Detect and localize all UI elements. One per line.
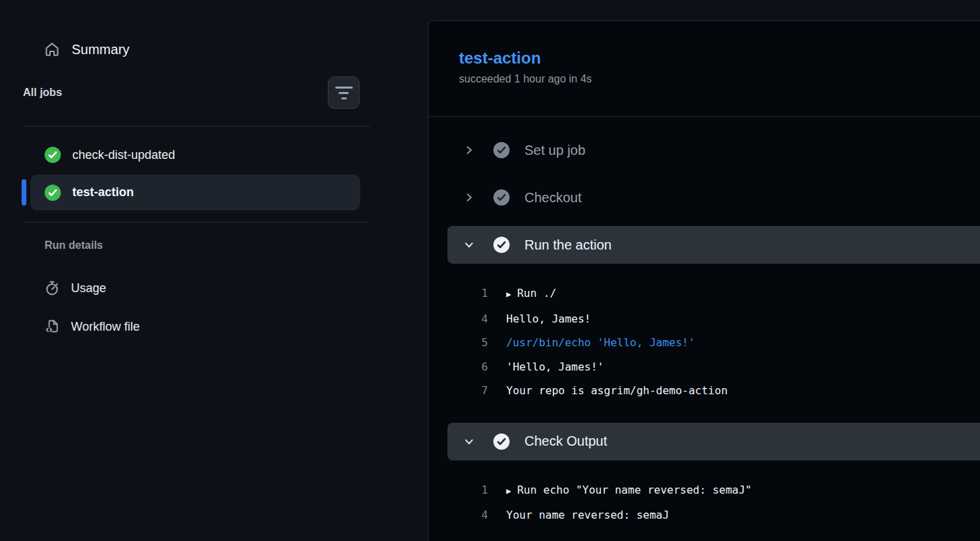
log-line-number: 1	[447, 478, 506, 504]
job-name: check-dist-updated	[72, 148, 175, 162]
step-success-icon	[493, 237, 510, 253]
log-line-number: 6	[447, 355, 506, 379]
step-set-up-job[interactable]: Set up job	[447, 131, 980, 169]
home-icon	[45, 42, 59, 57]
step-label: Check Output	[524, 433, 607, 449]
sidebar-item-workflow-file[interactable]: Workflow file	[23, 317, 370, 336]
log-line-number: 5	[447, 331, 506, 355]
job-header: test-action succeeded 1 hour ago in 4s	[428, 21, 980, 117]
step-log-check-output: 1 ▶Run echo "Your name reversed: semaJ" …	[428, 470, 980, 541]
chevron-down-icon	[464, 436, 474, 447]
success-check-icon	[45, 147, 61, 163]
log-line-text: ▶Run ./	[506, 281, 556, 307]
all-jobs-label: All jobs	[23, 87, 62, 99]
success-check-icon	[45, 185, 61, 201]
step-log-run-the-action: 1 ▶Run ./ 4 Hello, James! 5 /usr/bin/ech…	[428, 273, 980, 423]
sidebar-divider	[23, 126, 370, 126]
log-group-line[interactable]: 1 ▶Run ./	[447, 281, 980, 307]
job-name: test-action	[72, 185, 134, 199]
job-item-check-dist-updated[interactable]: check-dist-updated	[23, 137, 370, 173]
code-file-icon	[45, 319, 59, 334]
step-checkout[interactable]: Checkout	[447, 179, 980, 216]
run-details-heading: Run details	[23, 239, 370, 253]
log-line-text: Hello, James!	[506, 307, 591, 331]
log-line: 7 Your repo is asgrim/gh-demo-action	[447, 379, 980, 403]
job-item-test-action[interactable]: test-action	[30, 174, 360, 210]
stopwatch-icon	[45, 281, 59, 296]
steps-list: Set up job Checkout	[428, 117, 980, 541]
job-status-line: succeeded 1 hour ago in 4s	[459, 73, 980, 85]
log-line-command-text: /usr/bin/echo 'Hello, James!'	[506, 331, 695, 355]
jobs-sidebar: Summary All jobs check-dist-updated	[0, 0, 428, 541]
summary-label: Summary	[72, 42, 130, 57]
step-label: Run the action	[524, 237, 612, 253]
log-line-text: Your name reversed: semaJ	[506, 503, 669, 527]
log-line: 6 'Hello, James!'	[447, 355, 980, 379]
job-title: test-action	[459, 49, 980, 67]
usage-label: Usage	[71, 281, 106, 296]
log-line-number: 4	[447, 503, 506, 527]
log-group-line[interactable]: 1 ▶Run echo "Your name reversed: semaJ"	[447, 478, 980, 504]
step-label: Set up job	[524, 143, 585, 158]
filter-jobs-button[interactable]	[328, 76, 360, 109]
job-detail-panel: test-action succeeded 1 hour ago in 4s S…	[428, 20, 980, 541]
log-line: 4 Your name reversed: semaJ	[447, 503, 980, 527]
log-group-marker-icon: ▶	[506, 289, 511, 299]
log-line-text: ▶Run echo "Your name reversed: semaJ"	[506, 478, 752, 504]
step-success-icon	[493, 189, 510, 206]
log-line-text: Your repo is asgrim/gh-demo-action	[506, 379, 728, 403]
step-success-icon	[493, 142, 510, 158]
log-line: 4 Hello, James!	[447, 307, 980, 331]
log-line: 5 /usr/bin/echo 'Hello, James!'	[447, 331, 980, 355]
workflow-file-label: Workflow file	[71, 320, 140, 334]
chevron-down-icon	[464, 239, 474, 250]
log-line-number: 4	[447, 307, 506, 331]
sidebar-item-summary[interactable]: Summary	[23, 39, 370, 60]
step-run-the-action[interactable]: Run the action	[447, 226, 980, 264]
step-success-icon	[493, 433, 510, 450]
selected-job-indicator	[22, 179, 26, 206]
log-line-number: 1	[447, 281, 506, 307]
log-group-marker-icon: ▶	[506, 486, 511, 496]
log-line-number: 7	[447, 379, 506, 403]
chevron-right-icon	[464, 192, 474, 203]
sidebar-item-usage[interactable]: Usage	[23, 279, 370, 298]
all-jobs-header: All jobs	[23, 76, 370, 109]
step-check-output[interactable]: Check Output	[447, 423, 980, 461]
step-label: Checkout	[524, 190, 582, 206]
log-line-text: 'Hello, James!'	[506, 355, 604, 379]
sidebar-divider	[23, 222, 370, 222]
chevron-right-icon	[464, 145, 474, 156]
